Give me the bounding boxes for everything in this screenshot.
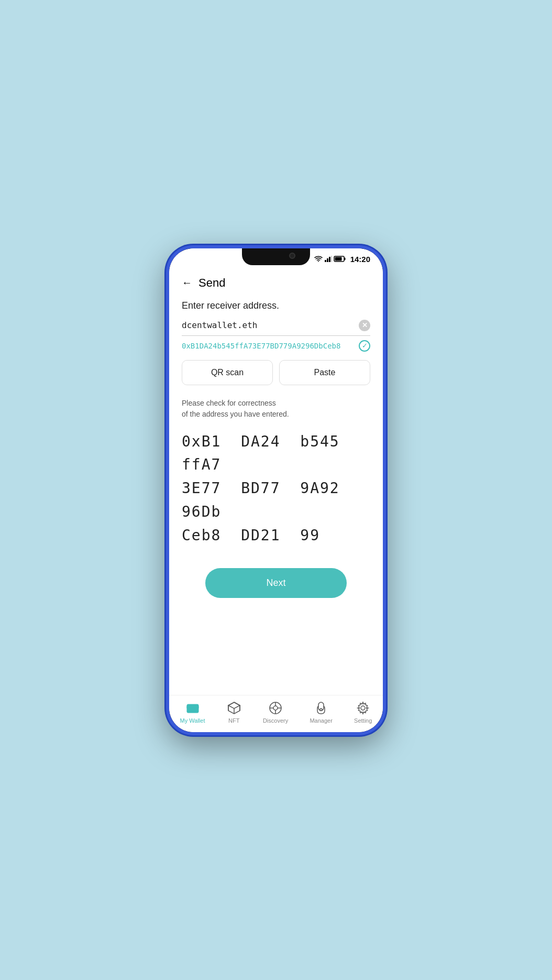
- wifi-icon: [314, 256, 323, 262]
- camera: [289, 253, 295, 259]
- svg-rect-16: [318, 702, 324, 711]
- header-row: ← Send: [182, 268, 370, 300]
- nav-label-my-wallet: My Wallet: [180, 717, 205, 724]
- battery-icon: [334, 256, 346, 262]
- next-button[interactable]: Next: [205, 568, 347, 598]
- status-bar: 14:20: [169, 248, 383, 268]
- svg-point-17: [320, 709, 322, 711]
- svg-rect-9: [189, 705, 192, 706]
- back-button[interactable]: ←: [182, 277, 192, 289]
- section-label: Enter receiver address.: [182, 300, 370, 311]
- nav-item-setting[interactable]: Setting: [354, 701, 372, 724]
- qr-scan-button[interactable]: QR scan: [182, 360, 273, 385]
- svg-rect-1: [327, 258, 328, 262]
- correctness-notice: Please check for correctness of the addr…: [182, 398, 370, 420]
- setting-icon: [356, 701, 370, 715]
- resolved-address: 0xB1DA24b545ffA73E77BD779A9296DbCeb8: [182, 342, 359, 350]
- nav-item-nft[interactable]: NFT: [227, 701, 241, 724]
- nav-item-manager[interactable]: Manager: [310, 701, 332, 724]
- status-time: 14:20: [350, 255, 370, 264]
- nft-icon: [227, 701, 241, 715]
- my-wallet-icon: [185, 701, 200, 715]
- address-input[interactable]: [182, 320, 359, 330]
- nav-label-manager: Manager: [310, 717, 332, 724]
- nav-item-discovery[interactable]: Discovery: [263, 701, 288, 724]
- phone-screen: 14:20 ← Send Enter receiver address. ✕ 0…: [169, 248, 383, 732]
- nav-label-nft: NFT: [228, 717, 239, 724]
- svg-rect-5: [344, 258, 345, 260]
- phone-frame: 14:20 ← Send Enter receiver address. ✕ 0…: [166, 245, 386, 735]
- page-title: Send: [198, 276, 225, 290]
- bottom-nav: My Wallet NFT: [169, 695, 383, 732]
- main-content: ← Send Enter receiver address. ✕ 0xB1DA2…: [169, 268, 383, 695]
- address-display: 0xB1 DA24 b545 ffA7 3E77 BD77 9A92 96Db …: [182, 430, 370, 548]
- signal-icon: [325, 256, 332, 262]
- status-right: 14:20: [314, 255, 370, 264]
- resolved-address-row: 0xB1DA24b545ffA73E77BD779A9296DbCeb8 ✓: [182, 340, 370, 352]
- discovery-icon: [268, 701, 283, 715]
- svg-rect-2: [329, 257, 330, 262]
- manager-icon: [314, 701, 328, 715]
- notch: [242, 248, 310, 265]
- address-input-row: ✕: [182, 320, 370, 336]
- paste-button[interactable]: Paste: [279, 360, 370, 385]
- action-buttons: QR scan Paste: [182, 360, 370, 385]
- clear-icon[interactable]: ✕: [359, 320, 370, 331]
- check-icon: ✓: [359, 340, 370, 352]
- nav-label-discovery: Discovery: [263, 717, 288, 724]
- nav-item-my-wallet[interactable]: My Wallet: [180, 701, 205, 724]
- svg-rect-0: [325, 260, 326, 262]
- nav-label-setting: Setting: [354, 717, 372, 724]
- svg-rect-6: [335, 257, 341, 261]
- signal-icons: [314, 256, 346, 262]
- svg-point-11: [273, 706, 278, 710]
- svg-rect-8: [187, 706, 198, 708]
- svg-point-18: [361, 706, 365, 710]
- svg-rect-3: [331, 256, 332, 262]
